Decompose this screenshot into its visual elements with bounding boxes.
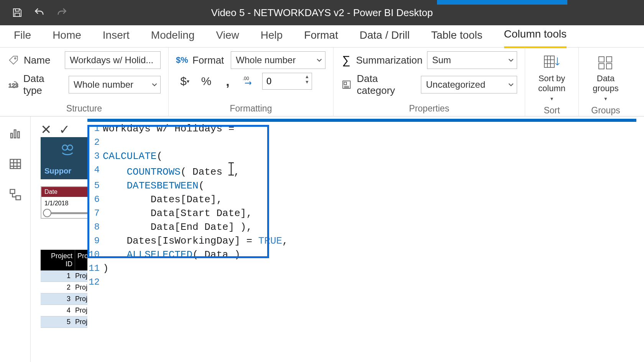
- tab-file[interactable]: File: [14, 25, 31, 48]
- chevron-down-icon: ▼: [603, 96, 608, 102]
- slicer-slider[interactable]: [41, 210, 93, 218]
- table-row: 4Proje: [41, 305, 94, 316]
- svg-rect-12: [14, 130, 16, 138]
- svg-rect-5: [344, 82, 347, 85]
- data-groups-button[interactable]: Data groups ▼: [586, 51, 625, 103]
- sort-label: Sort by column: [538, 74, 565, 94]
- bg-table: Project IDProj 1Proje 2Proje 3Proje 4Pro…: [41, 250, 94, 328]
- tab-insert[interactable]: Insert: [103, 25, 130, 48]
- svg-point-17: [62, 145, 67, 150]
- chevron-down-icon: [508, 82, 514, 87]
- svg-rect-8: [606, 57, 612, 62]
- svg-rect-14: [10, 159, 20, 169]
- spin-down-icon[interactable]: ▼: [305, 79, 309, 85]
- currency-button[interactable]: $▾: [176, 73, 193, 90]
- tab-format[interactable]: Format: [304, 25, 338, 48]
- svg-rect-11: [11, 133, 13, 138]
- chevron-down-icon: ▼: [550, 96, 554, 102]
- sort-icon: [543, 53, 561, 71]
- datatype-icon: 123: [8, 79, 19, 90]
- format-icon: $%: [176, 54, 188, 66]
- svg-rect-15: [10, 190, 15, 194]
- datatype-label: Data type: [23, 73, 64, 97]
- table-row: 3Proje: [41, 293, 94, 305]
- table-row: 2Proje: [41, 282, 94, 293]
- structure-group-label: Structure: [8, 101, 161, 114]
- percent-button[interactable]: %: [198, 73, 215, 90]
- sort-by-column-button[interactable]: Sort by column ▼: [533, 51, 571, 103]
- svg-rect-6: [544, 56, 554, 67]
- data-view-icon[interactable]: [8, 156, 23, 172]
- commit-formula-button[interactable]: ✓: [59, 122, 70, 137]
- tab-datadrill[interactable]: Data / Drill: [360, 25, 410, 48]
- ribbon-group-formatting: $% Format Whole number $▾ % , .00 0 ▲▼: [169, 48, 334, 116]
- svg-point-18: [67, 145, 72, 150]
- datatype-value: Whole number: [74, 79, 133, 90]
- decimals-spinner[interactable]: 0 ▲▼: [262, 73, 312, 90]
- thousands-button[interactable]: ,: [219, 73, 236, 90]
- ribbon-group-sort: Sort by column ▼ Sort: [525, 48, 579, 116]
- format-value: Whole number: [236, 55, 296, 66]
- svg-rect-13: [18, 132, 20, 138]
- bg-date-slicer[interactable]: Date 1/1/2018: [41, 186, 94, 219]
- chevron-down-icon: [508, 57, 514, 63]
- name-label: Name: [24, 54, 50, 66]
- svg-rect-9: [599, 64, 604, 69]
- report-view-icon[interactable]: [8, 126, 23, 141]
- table-header: Project IDProj: [41, 250, 94, 270]
- summarization-value: Sum: [432, 55, 451, 66]
- spin-up-icon[interactable]: ▲: [305, 74, 309, 79]
- datacategory-value: Uncategorized: [426, 79, 485, 90]
- model-view-icon[interactable]: [8, 187, 23, 202]
- sort-group-label: Sort: [533, 103, 571, 116]
- svg-point-1: [15, 58, 16, 59]
- decimal-button[interactable]: .00: [241, 73, 258, 90]
- left-nav: [0, 116, 31, 362]
- menu-tabs: File Home Insert Modeling View Help Form…: [0, 25, 644, 48]
- svg-rect-7: [599, 57, 604, 62]
- ribbon-group-properties: ∑ Summarization Sum Data category Uncate…: [334, 48, 525, 116]
- title-bar: Video 5 - NETWORKDAYS v2 - Power BI Desk…: [0, 0, 644, 25]
- datacategory-label: Data category: [357, 73, 416, 97]
- tab-home[interactable]: Home: [53, 25, 81, 48]
- name-input[interactable]: Workdays w/ Holid...: [65, 51, 161, 69]
- bg-support-card: Suppor: [41, 137, 94, 179]
- summarization-combo[interactable]: Sum: [427, 51, 517, 69]
- groups-icon: [596, 53, 615, 71]
- ribbon-group-structure: Name Workdays w/ Holid... 123 Data type …: [0, 48, 169, 116]
- formatting-group-label: Formatting: [176, 101, 325, 114]
- tab-columntools[interactable]: Column tools: [504, 24, 567, 48]
- tag-icon: [8, 54, 19, 66]
- tab-help[interactable]: Help: [261, 25, 283, 48]
- tab-modeling[interactable]: Modeling: [151, 25, 195, 48]
- chevron-down-icon: [317, 57, 322, 63]
- format-label: Format: [192, 54, 224, 66]
- cancel-formula-button[interactable]: ✕: [41, 122, 51, 137]
- ribbon-group-groups: Data groups ▼ Groups: [579, 48, 632, 116]
- tab-view[interactable]: View: [216, 25, 239, 48]
- formula-editor[interactable]: 1Workdays w/ Holidays = 2 3CALCULATE( 4 …: [87, 119, 636, 362]
- chevron-down-icon: [152, 82, 157, 87]
- groups-label: Data groups: [593, 74, 618, 94]
- properties-group-label: Properties: [341, 101, 517, 114]
- ribbon-accent: [437, 0, 567, 5]
- slicer-value: 1/1/2018: [41, 197, 93, 210]
- ribbon: Name Workdays w/ Holid... 123 Data type …: [0, 48, 644, 116]
- name-value: Workdays w/ Holid...: [70, 55, 153, 66]
- bg-support-text: Suppor: [44, 167, 71, 175]
- sigma-icon: ∑: [341, 54, 352, 66]
- table-row: 5Proje: [41, 316, 94, 328]
- text-cursor-icon: [228, 163, 234, 175]
- slider-thumb[interactable]: [43, 209, 51, 217]
- format-combo[interactable]: Whole number: [231, 51, 325, 69]
- datatype-combo[interactable]: Whole number: [69, 76, 161, 93]
- svg-rect-16: [16, 196, 20, 200]
- svg-text:.00: .00: [243, 76, 249, 81]
- tab-tabletools[interactable]: Table tools: [431, 25, 483, 48]
- table-row: 1Proje: [41, 270, 94, 282]
- decimals-value: 0: [266, 76, 271, 87]
- summarization-label: Summarization: [356, 54, 422, 66]
- category-icon: [341, 79, 352, 90]
- datacategory-combo[interactable]: Uncategorized: [421, 76, 517, 93]
- svg-rect-10: [606, 64, 612, 69]
